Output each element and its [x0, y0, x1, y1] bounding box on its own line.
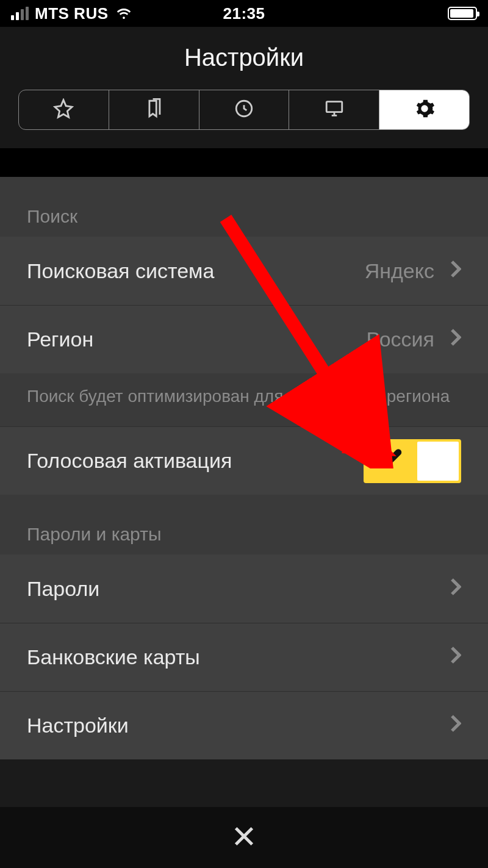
row-passwords[interactable]: Пароли [0, 554, 488, 623]
chevron-right-icon [450, 714, 461, 737]
voice-activation-toggle[interactable] [364, 439, 461, 483]
close-button[interactable] [232, 824, 256, 851]
star-icon [53, 98, 74, 121]
row-region[interactable]: Регион Россия [0, 305, 488, 373]
tab-favorites[interactable] [19, 90, 109, 129]
section-header-search: Поиск [0, 177, 488, 237]
tab-history[interactable] [199, 90, 290, 129]
section-footer-search: Поиск будет оптимизирован для выбранного… [0, 373, 488, 426]
bookmarks-icon [143, 98, 164, 121]
clock-label: 21:35 [223, 4, 265, 23]
svg-rect-1 [326, 102, 342, 112]
chevron-right-icon [450, 328, 461, 351]
row-value: Яндекс [365, 259, 434, 283]
row-voice-activation[interactable]: Голосовая активация [0, 426, 488, 495]
settings-list: Поиск Поисковая система Яндекс Регион Ро… [0, 177, 488, 807]
gear-icon [414, 98, 435, 121]
toggle-knob [417, 442, 459, 481]
check-icon [377, 446, 403, 476]
tab-bookmarks[interactable] [109, 90, 199, 129]
tab-desktop[interactable] [289, 90, 379, 129]
row-label: Регион [27, 328, 93, 351]
signal-icon [11, 7, 29, 20]
chevron-right-icon [450, 577, 461, 601]
clock-icon [234, 98, 254, 121]
page-title: Настройки [0, 44, 488, 71]
desktop-icon [324, 98, 345, 121]
status-bar: MTS RUS 21:35 [0, 0, 488, 27]
battery-icon [448, 7, 477, 20]
section-header-passwords: Пароли и карты [0, 495, 488, 554]
settings-header: Настройки [0, 27, 488, 148]
tab-settings[interactable] [379, 90, 469, 129]
row-label: Поисковая система [27, 259, 214, 283]
row-bank-cards[interactable]: Банковские карты [0, 623, 488, 691]
row-label: Голосовая активация [27, 449, 232, 473]
row-search-engine[interactable]: Поисковая система Яндекс [0, 237, 488, 305]
row-value: Россия [367, 328, 435, 351]
bottom-toolbar [0, 807, 488, 868]
row-label: Настройки [27, 714, 129, 737]
carrier-label: MTS RUS [35, 4, 109, 23]
category-tabs [18, 90, 470, 130]
row-label: Банковские карты [27, 645, 200, 669]
row-label: Пароли [27, 577, 99, 601]
chevron-right-icon [450, 645, 461, 669]
row-subsettings[interactable]: Настройки [0, 691, 488, 759]
chevron-right-icon [450, 259, 461, 283]
wifi-icon [115, 4, 133, 23]
